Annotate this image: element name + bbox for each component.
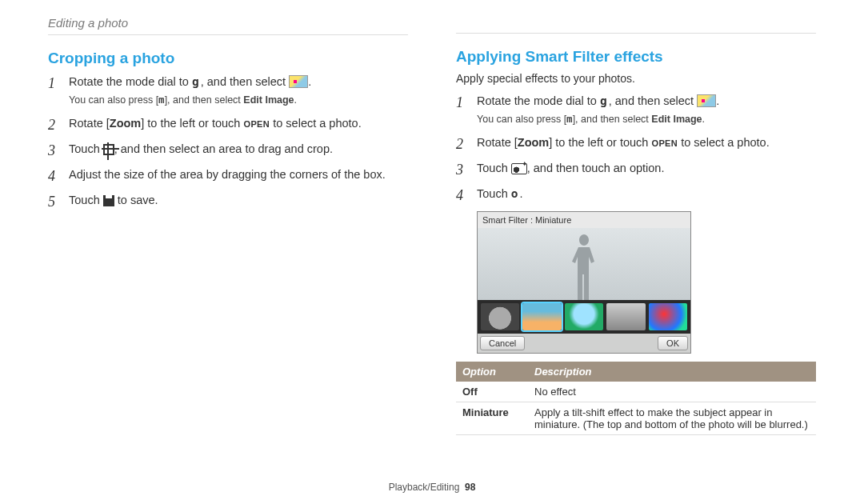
options-table: Option Description Off No effect Miniatu…: [456, 362, 816, 435]
mode-dial-g: g: [192, 75, 201, 88]
save-icon: [103, 195, 114, 206]
ok-glyph: o: [511, 187, 520, 200]
step-5: Touch to save.: [48, 192, 408, 210]
crop-icon: [103, 144, 114, 155]
step-3: Touch , and then touch an option.: [456, 160, 816, 178]
step-1: Rotate the mode dial to g, and then sele…: [456, 93, 816, 126]
smart-filter-icon: [511, 163, 527, 174]
breadcrumb: Editing a photo: [48, 16, 408, 30]
ok-button[interactable]: OK: [658, 336, 688, 350]
table-row: Off No effect: [456, 382, 816, 402]
screenshot-preview: [478, 228, 690, 300]
step-4: Adjust the size of the area by dragging …: [48, 166, 408, 184]
silhouette-icon: [568, 234, 600, 300]
note: You can also press [m], and then select …: [69, 93, 408, 108]
step-2: Rotate [Zoom] to the left or touch OPEN …: [456, 134, 816, 152]
menu-button-icon: m: [158, 94, 165, 106]
heading-cropping: Cropping a photo: [48, 50, 408, 67]
filter-thumb[interactable]: [481, 303, 519, 330]
screenshot-smart-filter: Smart Filter : Miniature Cancel OK: [477, 211, 691, 354]
mode-dial-g: g: [600, 94, 609, 107]
filter-thumb[interactable]: [649, 303, 687, 330]
cancel-button[interactable]: Cancel: [480, 336, 525, 350]
divider: [48, 34, 408, 35]
step-1: Rotate the mode dial to g, and then sele…: [48, 74, 408, 107]
th-description: Description: [528, 362, 816, 382]
filter-thumb-selected[interactable]: [522, 303, 561, 330]
th-option: Option: [456, 362, 528, 382]
filter-filmstrip: [478, 300, 690, 334]
heading-smart-filter: Applying Smart Filter effects: [456, 48, 816, 66]
divider: [456, 33, 816, 34]
step-3: Touch , and then select an area to drag …: [48, 141, 408, 158]
note: You can also press [m], and then select …: [477, 112, 816, 127]
filter-thumb[interactable]: [606, 303, 645, 330]
footer: Playback/Editing 98: [0, 482, 864, 493]
screenshot-label: Smart Filter : Miniature: [478, 212, 690, 228]
edit-image-icon: [289, 75, 308, 88]
edit-image-icon: [697, 94, 716, 107]
step-4: Touch o.: [456, 186, 816, 203]
table-row: Miniature Apply a tilt-shift effect to m…: [456, 402, 816, 434]
step-2: Rotate [Zoom] to the left or touch OPEN …: [48, 115, 408, 133]
filter-thumb[interactable]: [565, 303, 603, 330]
intro-text: Apply special effects to your photos.: [456, 72, 816, 85]
menu-button-icon: m: [566, 113, 573, 125]
